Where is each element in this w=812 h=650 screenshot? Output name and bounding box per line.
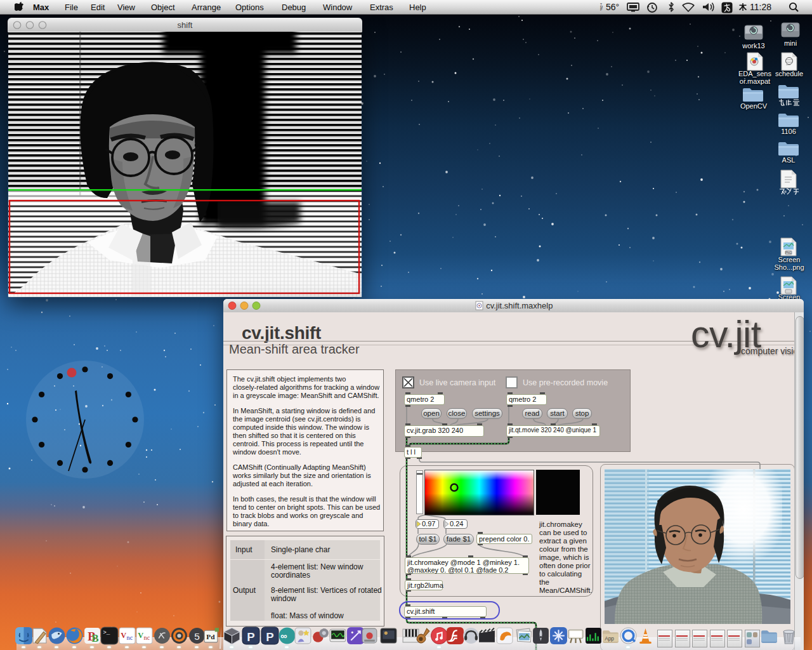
svg-text:V: V bbox=[121, 631, 126, 640]
svg-text:B: B bbox=[91, 632, 98, 644]
svg-text:V: V bbox=[138, 631, 143, 640]
svg-text:>_: >_ bbox=[103, 629, 110, 636]
svg-text:P: P bbox=[266, 630, 273, 644]
svg-text:∞: ∞ bbox=[280, 631, 287, 641]
svg-text:nc: nc bbox=[143, 634, 150, 641]
svg-text:P: P bbox=[247, 630, 254, 644]
svg-text:App: App bbox=[605, 636, 614, 642]
svg-text:PNG: PNG bbox=[785, 251, 792, 255]
svg-text:5: 5 bbox=[194, 631, 200, 642]
svg-text:Pd: Pd bbox=[206, 633, 215, 640]
svg-text:nc: nc bbox=[126, 634, 133, 641]
